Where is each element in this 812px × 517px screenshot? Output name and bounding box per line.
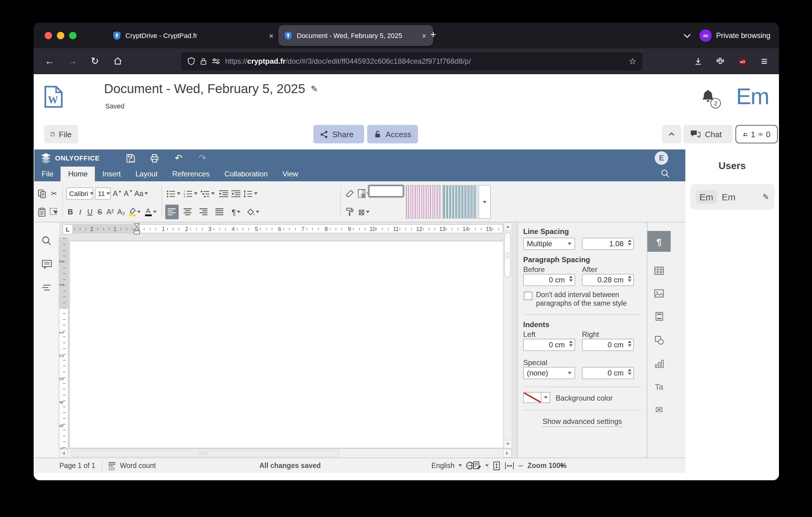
style-swatch-normal[interactable] [368, 185, 404, 197]
collaborator-avatar[interactable]: E [655, 151, 668, 165]
tab-mail-merge[interactable]: ✉ [647, 399, 671, 420]
comments-button[interactable] [40, 258, 53, 270]
browser-tab-cryptdrive[interactable]: CryptDrive - CryptPad.fr × [107, 25, 280, 46]
special-indent-select[interactable]: (none) [523, 367, 575, 379]
justify-button[interactable] [213, 205, 226, 219]
close-window-button[interactable] [45, 32, 52, 39]
decrease-indent-button[interactable] [218, 186, 229, 201]
language-selector[interactable]: English [431, 458, 474, 473]
indent-right-spinner[interactable]: 0 cm [582, 339, 634, 351]
rename-pencil-icon[interactable]: ✎ [311, 84, 318, 94]
account-menu-button[interactable]: Em [736, 84, 769, 110]
chat-button[interactable]: Chat [684, 125, 732, 143]
numbered-list-button[interactable]: 123 [182, 186, 198, 201]
menu-collaboration[interactable]: Collaboration [217, 167, 275, 181]
tab-chart-settings[interactable] [647, 353, 671, 374]
underline-button[interactable]: U [86, 205, 94, 219]
font-color-button[interactable]: A [143, 205, 158, 219]
tab-table-settings[interactable] [647, 260, 671, 281]
clear-style-button[interactable] [344, 186, 355, 201]
increase-font-button[interactable]: A▴ [112, 186, 122, 201]
ublock-button[interactable]: uO [734, 53, 751, 70]
background-color-swatch[interactable] [523, 392, 542, 403]
page-indicator[interactable]: Page 1 of 1 [59, 458, 95, 473]
line-spacing-spinner[interactable]: 1.08 [582, 238, 634, 250]
decrease-font-button[interactable]: A▾ [123, 186, 133, 201]
tab-paragraph-settings[interactable]: ¶ [647, 231, 671, 252]
spacing-before-spinner[interactable]: 0 cm [523, 274, 575, 286]
copy-style-button[interactable] [344, 205, 355, 219]
tab-list-chevron-icon[interactable] [684, 33, 691, 38]
line-spacing-select[interactable]: Multiple [523, 238, 575, 250]
paste-button[interactable] [35, 205, 48, 219]
line-spacing-button[interactable] [242, 186, 258, 201]
home-button[interactable] [109, 52, 126, 70]
presence-button[interactable]: 1 0 [735, 125, 778, 143]
zoom-out-button[interactable]: − [518, 458, 523, 473]
superscript-button[interactable]: A² [105, 205, 115, 219]
fit-width-button[interactable] [505, 458, 514, 473]
cut-button[interactable]: ✂ [48, 186, 60, 201]
zoom-window-button[interactable] [69, 32, 77, 39]
spacing-after-spinner[interactable]: 0.28 cm [582, 274, 634, 286]
bookmark-star-icon[interactable]: ☆ [629, 56, 636, 66]
menu-layout[interactable]: Layout [128, 167, 165, 181]
browser-tab-document[interactable]: Document - Wed, February 5, 2025 × [279, 25, 433, 46]
track-changes-button[interactable] [473, 458, 489, 473]
document-title[interactable]: Document - Wed, February 5, 2025 [104, 81, 305, 96]
zoom-in-button[interactable]: + [559, 458, 564, 473]
navigation-button[interactable] [40, 282, 53, 294]
tab-image-settings[interactable] [647, 283, 671, 304]
user-list-item[interactable]: Em Em ✎ [690, 184, 775, 210]
downloads-button[interactable] [690, 53, 707, 70]
style-swatch-heading[interactable] [442, 185, 477, 219]
font-size-select[interactable]: 11 [95, 187, 111, 200]
align-right-button[interactable] [197, 205, 210, 219]
increase-indent-button[interactable] [230, 186, 241, 201]
tab-textart-settings[interactable]: Ta [647, 376, 671, 397]
menu-view[interactable]: View [275, 167, 306, 181]
access-button[interactable]: Access [367, 125, 418, 143]
background-color-dropdown[interactable] [542, 392, 550, 403]
tracking-shield-icon[interactable] [187, 57, 195, 65]
align-center-button[interactable] [181, 205, 195, 219]
horizontal-scrollbar[interactable] [59, 448, 512, 458]
special-amount-spinner[interactable]: 0 cm [582, 367, 634, 379]
paragraph-shading-button[interactable] [245, 205, 261, 219]
bullet-list-button[interactable] [165, 186, 181, 201]
scroll-down-button[interactable] [503, 440, 512, 448]
extensions-button[interactable] [712, 53, 729, 70]
scroll-right-button[interactable] [503, 449, 512, 458]
word-count-button[interactable]: 123 Word count [108, 458, 156, 473]
strikethrough-button[interactable]: S [95, 205, 104, 219]
scrollbar-thumb[interactable] [70, 450, 340, 457]
menu-references[interactable]: References [165, 167, 217, 181]
redo-button[interactable]: ↷ [195, 152, 210, 164]
close-tab-icon[interactable]: × [421, 31, 428, 39]
new-tab-button[interactable]: + [430, 29, 436, 41]
select-all-button[interactable] [48, 205, 60, 219]
menu-home[interactable]: Home [61, 167, 95, 181]
vertical-ruler[interactable]: 2 1 1 2 3 4 5 6 [59, 238, 68, 448]
font-name-select[interactable]: Calibri [66, 187, 93, 200]
scroll-left-button[interactable] [59, 449, 68, 458]
editor-search-button[interactable] [661, 169, 669, 178]
menu-insert[interactable]: Insert [95, 167, 128, 181]
print-button[interactable] [147, 152, 163, 164]
reload-button[interactable]: ↻ [86, 52, 104, 70]
minimize-window-button[interactable] [57, 32, 64, 39]
copy-button[interactable] [35, 186, 48, 201]
save-button[interactable] [123, 152, 139, 164]
permissions-icon[interactable] [212, 58, 220, 65]
vertical-scrollbar[interactable] [503, 222, 512, 448]
scrollbar-thumb[interactable] [504, 232, 511, 277]
styles-gallery-expand-button[interactable] [478, 185, 491, 219]
close-tab-icon[interactable]: × [268, 31, 275, 39]
share-button[interactable]: Share [313, 125, 364, 143]
style-swatch-no-spacing[interactable] [406, 185, 441, 219]
menu-file[interactable]: File [34, 167, 61, 181]
no-interval-checkbox[interactable] [524, 292, 532, 300]
notifications-button[interactable]: 2 [701, 89, 717, 106]
scroll-up-button[interactable] [503, 222, 512, 231]
italic-button[interactable]: I [76, 205, 84, 219]
